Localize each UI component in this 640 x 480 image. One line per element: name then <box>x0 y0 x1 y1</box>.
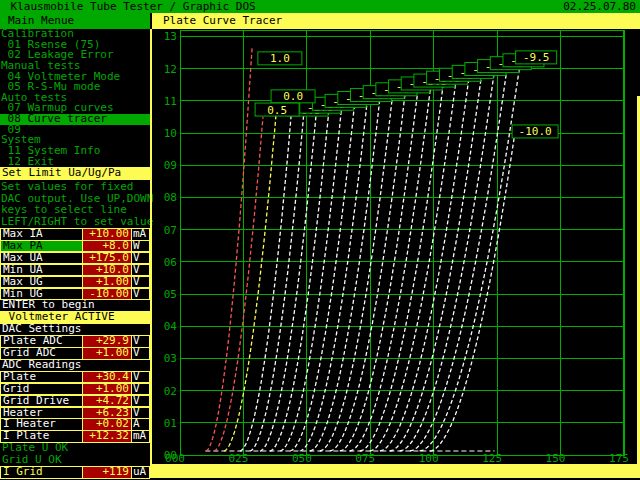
curve-vg--5.0 <box>330 90 406 451</box>
curve-label-text: -9.5 <box>523 51 550 64</box>
y-tick-label: 04 <box>164 320 178 333</box>
curve-label-text: -10.0 <box>519 125 552 138</box>
y-tick-label: 07 <box>164 224 177 237</box>
y-tick-label: 10 <box>164 127 177 140</box>
curve-vg--2.5 <box>280 104 342 451</box>
curve-vg-0.5 <box>214 117 263 451</box>
y-tick-label: 11 <box>164 95 177 108</box>
plate-curve-chart: 1312111009080706050403020100000025050075… <box>0 0 640 480</box>
y-tick-label: 09 <box>164 159 177 172</box>
y-tick-label: 12 <box>164 63 177 76</box>
curve-vg--8.5 <box>400 70 495 451</box>
curve-vg--5.5 <box>340 87 418 451</box>
curve-vg--6.0 <box>350 84 431 451</box>
curve-vg-0.0 <box>224 104 277 451</box>
curve-label-text: 1.0 <box>270 52 290 65</box>
y-tick-label: 02 <box>164 385 177 398</box>
y-tick-label: 13 <box>164 30 177 43</box>
curve-vg--9.0 <box>410 67 507 451</box>
y-tick-label: 01 <box>164 417 177 430</box>
y-tick-label: 06 <box>164 256 177 269</box>
curve-vg--2.0 <box>270 107 329 451</box>
y-tick-label: 08 <box>164 191 177 204</box>
curve-label-text: 0.0 <box>283 90 303 103</box>
y-tick-label: 03 <box>164 352 177 365</box>
y-tick-label: 05 <box>164 288 177 301</box>
tube-tester-screen: Klausmobile Tube Tester / Graphic DOS 02… <box>0 0 640 480</box>
curve-vg--6.5 <box>360 81 444 451</box>
status-bar: G=Grid Curve S=Save ESC=Exit <box>152 464 640 478</box>
curve-label-text: 0.5 <box>267 104 287 117</box>
curve-vg--9.5 <box>420 64 520 451</box>
